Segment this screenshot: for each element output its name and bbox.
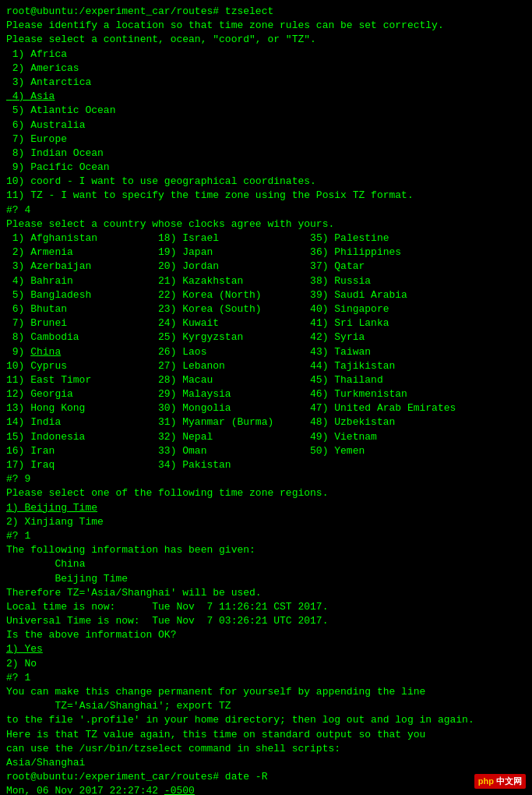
terminal-line: #? 1	[6, 529, 526, 543]
terminal-line: can use the /usr/bin/tzselect command in…	[6, 742, 526, 756]
terminal-line: 12) Georgia 29) Malaysia 46) Turkmenista…	[6, 387, 526, 401]
terminal-line: #? 9	[6, 472, 526, 486]
php-badge: php 中文网	[474, 774, 526, 789]
terminal-line: #? 4	[6, 203, 526, 217]
terminal-line: Universal Time is now: Tue Nov 7 03:26:2…	[6, 614, 526, 628]
terminal-line: 1) Beijing Time	[6, 501, 526, 515]
terminal-line: Mon, 06 Nov 2017 22:27:42 -0500	[6, 784, 526, 795]
terminal-line: Please select a country whose clocks agr…	[6, 217, 526, 231]
terminal-line: Please select one of the following time …	[6, 486, 526, 500]
terminal-line: 4) Bahrain 21) Kazakhstan 38) Russia	[6, 274, 526, 288]
terminal-line: to the file '.profile' in your home dire…	[6, 713, 526, 727]
php-suffix: 中文网	[496, 776, 522, 786]
terminal-line: 7) Brunei 24) Kuwait 41) Sri Lanka	[6, 316, 526, 330]
terminal-line: 5) Bangladesh 22) Korea (North) 39) Saud…	[6, 288, 526, 302]
terminal-line: 3) Azerbaijan 20) Jordan 37) Qatar	[6, 260, 526, 274]
terminal-line: 9) China 26) Laos 43) Taiwan	[6, 345, 526, 359]
terminal-line: 10) coord - I want to use geographical c…	[6, 175, 526, 189]
terminal-line: 16) Iran 33) Oman 50) Yemen	[6, 444, 526, 458]
terminal-line: The following information has been given…	[6, 543, 526, 557]
terminal-line: 6) Australia	[6, 118, 526, 132]
terminal-line: China	[6, 557, 526, 571]
terminal-line: 15) Indonesia 32) Nepal 49) Vietnam	[6, 430, 526, 444]
terminal-line: You can make this change permanent for y…	[6, 685, 526, 699]
terminal-line: 17) Iraq 34) Pakistan	[6, 458, 526, 472]
terminal-line: #? 1	[6, 671, 526, 685]
terminal-line: 2) Armenia 19) Japan 36) Philippines	[6, 246, 526, 260]
terminal-line: 4) Asia	[6, 90, 526, 104]
terminal-line: Asia/Shanghai	[6, 756, 526, 770]
terminal-line: 7) Europe	[6, 132, 526, 147]
terminal-line: 9) Pacific Ocean	[6, 161, 526, 175]
terminal-line: 11) East Timor 28) Macau 45) Thailand	[6, 373, 526, 387]
terminal-line: 14) India 31) Myanmar (Burma) 48) Uzbeki…	[6, 415, 526, 429]
terminal-line: Is the above information OK?	[6, 628, 526, 642]
terminal-line: 2) No	[6, 657, 526, 671]
terminal-line: 3) Antarctica	[6, 76, 526, 90]
terminal-line: root@ubuntu:/experiment_car/routes# tzse…	[6, 5, 526, 19]
terminal-line: 1) Yes	[6, 642, 526, 656]
terminal-line: 8) Indian Ocean	[6, 147, 526, 161]
terminal-line: Local time is now: Tue Nov 7 11:26:21 CS…	[6, 600, 526, 614]
terminal-line: 2) Americas	[6, 62, 526, 76]
terminal-line: 13) Hong Kong 30) Mongolia 47) United Ar…	[6, 401, 526, 415]
terminal-line: root@ubuntu:/experiment_car/routes# date…	[6, 770, 526, 784]
terminal-line: Here is that TZ value again, this time o…	[6, 728, 526, 742]
terminal-line: Please select a continent, ocean, "coord…	[6, 33, 526, 47]
terminal-line: 8) Cambodia 25) Kyrgyzstan 42) Syria	[6, 330, 526, 344]
terminal-line: Therefore TZ='Asia/Shanghai' will be use…	[6, 586, 526, 600]
terminal-output: root@ubuntu:/experiment_car/routes# tzse…	[6, 5, 526, 795]
terminal-line: 10) Cyprus 27) Lebanon 44) Tajikistan	[6, 359, 526, 373]
terminal-line: Beijing Time	[6, 572, 526, 586]
terminal-line: 11) TZ - I want to specify the time zone…	[6, 189, 526, 203]
terminal-line: 1) Africa	[6, 48, 526, 62]
terminal-line: 2) Xinjiang Time	[6, 515, 526, 529]
terminal-line: Please identify a location so that time …	[6, 19, 526, 33]
terminal-line: 5) Atlantic Ocean	[6, 104, 526, 118]
terminal-line: TZ='Asia/Shanghai'; export TZ	[6, 699, 526, 713]
php-text: php	[478, 776, 494, 786]
terminal-line: 1) Afghanistan 18) Israel 35) Palestine	[6, 231, 526, 246]
terminal-line: 6) Bhutan 23) Korea (South) 40) Singapor…	[6, 302, 526, 316]
